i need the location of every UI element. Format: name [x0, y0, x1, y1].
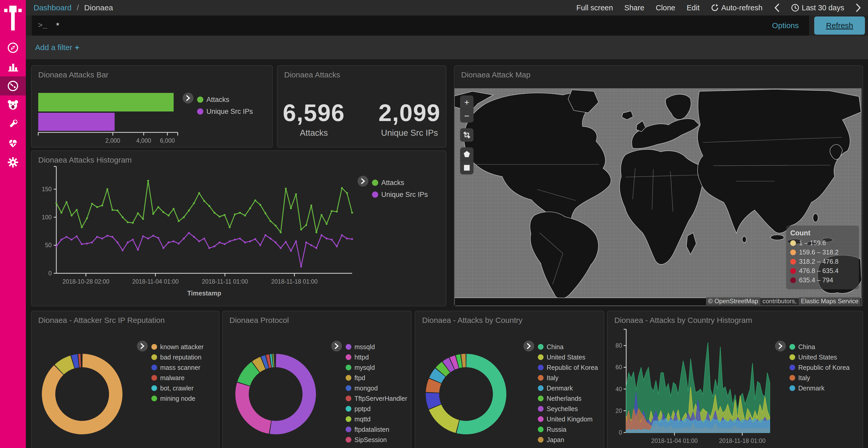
- sidebar-item-discover[interactable]: [0, 38, 26, 57]
- legend-item[interactable]: United States: [538, 352, 598, 362]
- legend: mssqldhttpdmysqldftpdmongodTftpServerHan…: [331, 342, 407, 445]
- map-legend-item: 476.8 – 635.4: [790, 267, 855, 275]
- legend-item[interactable]: mining node: [151, 393, 204, 404]
- nav-item-clone[interactable]: Clone: [656, 4, 675, 12]
- legend-item[interactable]: United Kingdom: [538, 414, 598, 424]
- legend-toggle-chevron[interactable]: [183, 93, 193, 103]
- legend-swatch: [538, 416, 544, 422]
- legend-item[interactable]: known attacker: [151, 342, 204, 352]
- time-range-picker[interactable]: Last 30 days: [791, 4, 844, 12]
- legend-item[interactable]: Netherlands: [538, 393, 598, 404]
- world-map[interactable]: + − Count 1 – 159.6159.6 – 318.2318.2 – …: [455, 88, 862, 306]
- legend-item[interactable]: China: [538, 342, 598, 352]
- legend-item[interactable]: mqttd: [346, 414, 407, 424]
- legend-item[interactable]: bot, crawler: [151, 383, 204, 393]
- legend-toggle-chevron[interactable]: [137, 341, 148, 351]
- legend-item[interactable]: bad reputation: [151, 352, 204, 362]
- legend-item[interactable]: Italy: [789, 373, 850, 383]
- legend-item[interactable]: Attacks: [197, 94, 253, 106]
- sidebar: [0, 0, 26, 448]
- legend-item[interactable]: Italy: [538, 373, 598, 383]
- legend-item[interactable]: malware: [151, 373, 204, 383]
- sidebar-item-timelion[interactable]: [0, 96, 26, 114]
- nav-item-share[interactable]: Share: [624, 4, 644, 12]
- legend-item[interactable]: Denmark: [538, 383, 598, 393]
- sidebar-item-monitoring[interactable]: [0, 134, 26, 153]
- legend-item[interactable]: mssqld: [346, 342, 407, 352]
- panel-country-histogram: Dionaea - Attacks by Country Histogram 0…: [607, 311, 863, 448]
- legend-item[interactable]: ftpdatalisten: [346, 424, 407, 435]
- legend-item[interactable]: mongod: [346, 383, 407, 393]
- sidebar-item-management[interactable]: [0, 153, 26, 172]
- panel-src-ip-reputation: Dionaea - Attacker Src IP Reputation kno…: [31, 311, 220, 448]
- legend-item[interactable]: Republic of Korea: [538, 362, 598, 373]
- osm-attribution[interactable]: © OpenStreetMap: [706, 297, 760, 305]
- sidebar-item-visualize[interactable]: [0, 57, 26, 76]
- legend-label: Italy: [798, 374, 810, 382]
- legend-item[interactable]: Denmark: [789, 383, 850, 393]
- legend-toggle-chevron[interactable]: [775, 341, 786, 351]
- metric-label: Attacks: [283, 128, 345, 138]
- options-link[interactable]: Options: [772, 21, 799, 30]
- metric-label: Unique Src IPs: [378, 128, 440, 138]
- legend-item[interactable]: SipSession: [346, 435, 407, 445]
- legend-item[interactable]: Unique Src IPs: [372, 188, 428, 201]
- legend-item[interactable]: United States: [789, 352, 850, 362]
- map-legend: Count 1 – 159.6159.6 – 318.2318.2 – 476.…: [786, 226, 859, 289]
- nav-item-edit[interactable]: Edit: [687, 4, 700, 12]
- sidebar-item-dashboard[interactable]: [0, 76, 26, 96]
- legend: ChinaUnited StatesRepublic of KoreaItaly…: [775, 342, 850, 393]
- refresh-button[interactable]: Refresh: [814, 16, 865, 35]
- chevron-right-icon: [856, 3, 861, 12]
- legend-item[interactable]: httpd: [346, 352, 407, 362]
- ems-attribution[interactable]: Elastic Maps Service: [799, 297, 861, 305]
- legend: AttacksUnique Src IPs: [183, 94, 253, 117]
- legend-item[interactable]: ftpd: [346, 373, 407, 383]
- metric: 2,099Unique Src IPs: [378, 99, 440, 138]
- breadcrumb-dashboard[interactable]: Dashboard: [34, 3, 71, 12]
- legend-toggle-chevron[interactable]: [331, 341, 342, 351]
- legend-swatch: [151, 395, 157, 401]
- legend-item[interactable]: TftpServerHandler: [346, 393, 407, 404]
- query-value[interactable]: *: [56, 21, 772, 30]
- wrench-icon: [7, 118, 19, 130]
- map-draw-polygon-button[interactable]: [460, 147, 473, 161]
- nav-item-auto-refresh[interactable]: Auto-refresh: [711, 4, 763, 12]
- map-zoom-in-button[interactable]: +: [460, 96, 473, 109]
- legend-item[interactable]: China: [789, 342, 850, 352]
- legend-item[interactable]: Unique Src IPs: [197, 106, 253, 117]
- legend-label: mining node: [160, 395, 195, 402]
- legend-swatch: [538, 385, 544, 391]
- legend-item[interactable]: pptpd: [346, 404, 407, 414]
- legend-swatch: [372, 192, 378, 198]
- add-filter-link[interactable]: Add a filter+: [35, 43, 79, 52]
- svg-text:50: 50: [45, 242, 52, 248]
- legend-item[interactable]: mass scanner: [151, 362, 204, 373]
- map-draw-rectangle-button[interactable]: [460, 161, 473, 174]
- legend-toggle-chevron[interactable]: [523, 341, 534, 351]
- legend-item[interactable]: Republic of Korea: [789, 362, 850, 373]
- legend-swatch: [346, 365, 351, 370]
- line-chart[interactable]: 0501001502018-10-28 02:002018-11-04 01:0…: [32, 151, 445, 305]
- map-fit-bounds-button[interactable]: [460, 128, 473, 142]
- legend-item[interactable]: Japan: [538, 435, 598, 445]
- svg-text:40: 40: [615, 386, 622, 392]
- legend-swatch: [538, 344, 544, 350]
- map-zoom-out-button[interactable]: −: [460, 109, 473, 123]
- legend-item[interactable]: Attacks: [372, 177, 428, 188]
- time-back-button[interactable]: [774, 3, 780, 12]
- legend-item[interactable]: Russia: [538, 424, 598, 435]
- map-attribution: © OpenStreetMap contributors, Elastic Ma…: [706, 298, 861, 305]
- sidebar-item-devtools[interactable]: [0, 114, 26, 134]
- legend-label: bad reputation: [160, 353, 202, 361]
- svg-text:2018-11-11 01:00: 2018-11-11 01:00: [202, 278, 248, 285]
- legend-item[interactable]: mysqld: [346, 362, 407, 373]
- time-forward-button[interactable]: [856, 3, 861, 12]
- legend-toggle-chevron[interactable]: [358, 176, 368, 186]
- legend-item[interactable]: Seychelles: [538, 404, 598, 414]
- search-input[interactable]: >_ * Options: [32, 15, 809, 36]
- nav-item-full-screen[interactable]: Full screen: [576, 4, 613, 12]
- legend-swatch: [197, 108, 203, 114]
- legend-swatch: [789, 354, 795, 360]
- legend-label: Attacks: [381, 179, 404, 187]
